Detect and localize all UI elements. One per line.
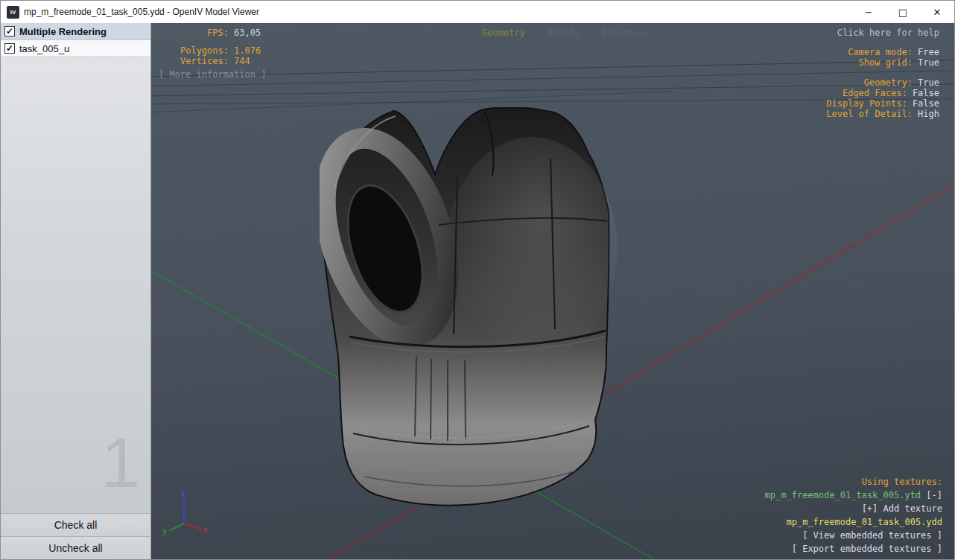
export-embedded-textures-button[interactable]: [ Export embedded textures ] <box>765 542 942 556</box>
show-grid-label: Show grid: <box>859 57 913 68</box>
render-stats: FPS: 63,05 Polygons: 1.076 Vertices: 744 <box>160 28 261 66</box>
mode-separator: | <box>588 28 593 38</box>
display-points-label: Display Points: <box>826 98 907 109</box>
ytd-file-link[interactable]: mp_m_freemode_01_task_005.ytd <box>765 490 921 500</box>
level-of-detail-setting[interactable]: Level of Detail: High <box>826 109 939 119</box>
polygons-label: Polygons: <box>160 45 229 56</box>
z-axis-label: z <box>181 489 185 497</box>
x-axis-label: x <box>203 526 208 534</box>
using-textures-heading: Using textures: <box>765 475 942 489</box>
vest-geometry <box>320 107 618 505</box>
checkbox-checked-icon[interactable]: ✓ <box>4 26 15 36</box>
y-axis <box>169 524 184 531</box>
page-number-watermark: 1 <box>101 428 140 498</box>
sidebar-item-label: task_005_u <box>19 43 69 54</box>
viewer-settings: Click here for help Camera mode: Free Sh… <box>826 28 939 119</box>
remove-texture-button[interactable]: [-] <box>926 490 942 500</box>
show-grid-value: True <box>918 57 939 68</box>
add-texture-button[interactable]: [+] Add texture <box>765 502 942 515</box>
camera-mode-value: Free <box>918 47 939 57</box>
model-list-sidebar: ✓ Multiple Rendering ✓ task_005_u 1 Chec… <box>1 23 151 559</box>
sidebar-item-task-005-u[interactable]: ✓ task_005_u <box>1 40 150 57</box>
vertices-label: Vertices: <box>160 56 229 66</box>
polygons-row: Polygons: 1.076 <box>160 45 261 56</box>
minimize-button[interactable]: − <box>851 1 886 23</box>
check-icon: ✓ <box>6 27 13 36</box>
app-icon[interactable]: IV <box>7 6 19 19</box>
display-mode-toggles: Geometry | Bounds | Skeleton <box>482 28 644 38</box>
sidebar-item-multiple-rendering[interactable]: ✓ Multiple Rendering <box>1 23 150 40</box>
textures-panel: Using textures: mp_m_freemode_01_task_00… <box>765 475 942 556</box>
window-title: mp_m_freemode_01_task_005.ydd - OpenIV M… <box>24 7 851 17</box>
mode-geometry[interactable]: Geometry <box>482 28 525 38</box>
show-grid-setting[interactable]: Show grid: True <box>826 57 939 68</box>
geometry-value: True <box>918 77 939 88</box>
geometry-label: Geometry: <box>864 77 913 88</box>
mode-bounds[interactable]: Bounds <box>548 28 580 38</box>
maximize-button[interactable]: □ <box>886 1 920 23</box>
uncheck-all-button[interactable]: Uncheck all <box>1 536 150 559</box>
y-axis-label: y <box>162 527 167 535</box>
title-bar: IV mp_m_freemode_01_task_005.ydd - OpenI… <box>1 1 954 23</box>
ytd-texture-row: mp_m_freemode_01_task_005.ytd [-] <box>765 489 942 502</box>
camera-mode-setting[interactable]: Camera mode: Free <box>826 47 939 57</box>
checkbox-checked-icon[interactable]: ✓ <box>4 43 15 54</box>
level-of-detail-label: Level of Detail: <box>826 109 913 119</box>
edged-faces-value: False <box>913 88 939 98</box>
sidebar-buttons: Check all Uncheck all <box>1 513 150 559</box>
display-points-value: False <box>913 98 939 109</box>
fps-label: FPS: <box>160 28 229 38</box>
mode-separator: | <box>533 28 539 38</box>
edged-faces-label: Edged Faces: <box>843 88 907 98</box>
vertices-row: Vertices: 744 <box>160 56 261 66</box>
model-3d-vest <box>320 107 621 513</box>
display-points-setting[interactable]: Display Points: False <box>826 98 939 109</box>
fps-value: 63,05 <box>234 28 261 38</box>
view-embedded-textures-button[interactable]: [ View embedded textures ] <box>765 529 942 542</box>
more-information-link[interactable]: [ More information ] <box>159 69 267 80</box>
polygons-value: 1.076 <box>234 45 261 56</box>
level-of-detail-value: High <box>918 109 939 119</box>
check-all-button[interactable]: Check all <box>1 513 150 536</box>
geometry-setting[interactable]: Geometry: True <box>826 77 939 88</box>
axis-gizmo: z x y <box>157 488 211 541</box>
x-axis <box>184 524 202 529</box>
mode-skeleton[interactable]: Skeleton <box>602 28 645 38</box>
check-icon: ✓ <box>6 44 13 53</box>
help-link[interactable]: Click here for help <box>826 28 939 38</box>
camera-mode-label: Camera mode: <box>848 47 913 57</box>
sidebar-item-label: Multiple Rendering <box>19 26 107 37</box>
3d-viewport[interactable]: FPS: 63,05 Polygons: 1.076 Vertices: 744… <box>151 23 954 559</box>
vertices-value: 744 <box>234 56 250 66</box>
close-button[interactable]: ✕ <box>920 1 954 23</box>
ydd-file-name: mp_m_freemode_01_task_005.ydd <box>765 515 942 529</box>
openiv-model-viewer-window: IV mp_m_freemode_01_task_005.ydd - OpenI… <box>0 0 955 560</box>
window-controls: − □ ✕ <box>851 1 954 23</box>
fps-row: FPS: 63,05 <box>160 28 261 38</box>
edged-faces-setting[interactable]: Edged Faces: False <box>826 88 939 98</box>
